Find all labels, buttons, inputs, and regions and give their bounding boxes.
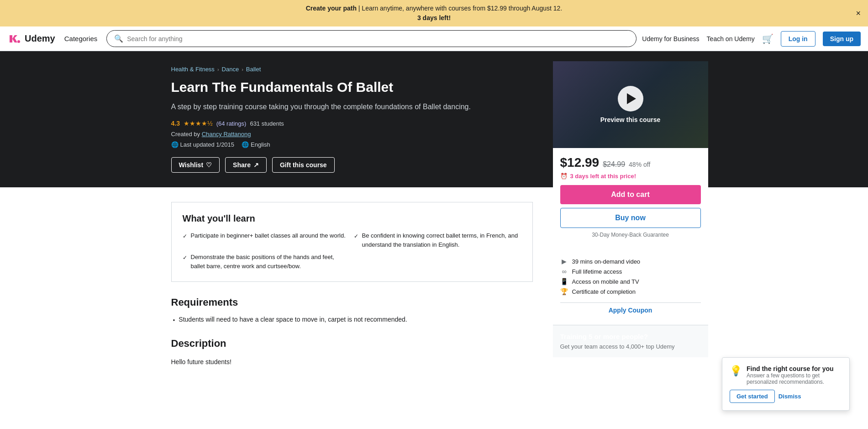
login-button[interactable]: Log in — [781, 31, 815, 47]
current-price: $12.99 — [560, 155, 600, 170]
lightbulb-icon: 💡 — [730, 365, 742, 377]
learn-text-2: Demonstrate the basic positions of the h… — [191, 253, 350, 270]
share-label: Share — [233, 161, 251, 169]
search-bar: 🔍 — [106, 30, 637, 47]
popup-header: 💡 Find the right course for you Answer a… — [730, 365, 842, 385]
apply-coupon-button[interactable]: Apply Coupon — [560, 302, 701, 318]
header-links: Udemy for Business Teach on Udemy 🛒 Log … — [642, 31, 861, 47]
share-button[interactable]: Share ↗ — [225, 157, 267, 173]
banner-text: Create your path | Learn anytime, anywhe… — [306, 5, 563, 21]
svg-point-0 — [17, 40, 20, 43]
training-title: Training 5 or more people? — [560, 333, 701, 340]
money-back-label: 30-Day Money-Back Guarantee — [560, 232, 701, 238]
popup-text: Find the right course for you Answer a f… — [747, 365, 842, 385]
preview-thumbnail[interactable]: Preview this course — [553, 61, 708, 148]
certificate-icon: 🏆 — [560, 288, 568, 295]
cart-icon[interactable]: 🛒 — [762, 33, 773, 44]
requirement-text-1: Students will need to have a clear space… — [179, 316, 407, 323]
card-body: $12.99 $24.99 48% off ⏰ 3 days left at t… — [553, 148, 708, 325]
banner-close-button[interactable]: × — [856, 9, 861, 18]
wishlist-button[interactable]: Wishlist ♡ — [171, 157, 220, 173]
breadcrumb-health[interactable]: Health & Fitness — [171, 66, 215, 73]
breadcrumb-dance[interactable]: Dance — [222, 66, 239, 73]
includes-mobile-text: Access on mobile and TV — [572, 278, 639, 285]
urgency-text: 3 days left at this price! — [570, 173, 637, 180]
training-section: Training 5 or more people? Get your team… — [553, 325, 708, 357]
creator-prefix: Created by — [171, 131, 200, 138]
course-title: Learn The Fundamentals Of Ballet — [171, 78, 533, 96]
requirements-section: Requirements Students will need to have … — [171, 297, 533, 323]
gift-button[interactable]: Gift this course — [272, 157, 335, 173]
add-to-cart-button[interactable]: Add to cart — [560, 185, 701, 204]
hero-actions: Wishlist ♡ Share ↗ Gift this course — [171, 157, 533, 173]
discount-label: 48% off — [629, 161, 650, 168]
course-subtitle: A step by step training course taking yo… — [171, 101, 533, 112]
popup-title: Find the right course for you — [747, 365, 842, 372]
infinity-icon: ∞ — [560, 268, 568, 275]
learn-item-2: ✓ Demonstrate the basic positions of the… — [183, 253, 350, 270]
includes-cert-text: Certificate of completion — [572, 288, 636, 295]
search-icon: 🔍 — [114, 34, 123, 43]
banner-days: 3 days left! — [417, 14, 451, 21]
language-icon: 🌐 — [242, 141, 249, 148]
last-updated: 🌐 Last updated 1/2015 — [171, 141, 235, 148]
description-section: Description Hello future students! — [171, 338, 533, 367]
requirements-title: Requirements — [171, 297, 533, 308]
course-card: Preview this course $12.99 $24.99 48% of… — [553, 61, 708, 357]
popup-actions: Get started Dismiss — [730, 390, 842, 396]
mobile-icon: 📱 — [560, 278, 568, 285]
learn-title: What you'll learn — [183, 213, 521, 224]
language: 🌐 English — [242, 141, 270, 148]
categories-button[interactable]: Categories — [61, 33, 101, 44]
learn-item-3: ✓ Be confident in knowing correct ballet… — [354, 231, 521, 249]
teach-link[interactable]: Teach on Udemy — [707, 35, 755, 42]
includes-item-video: ▶ 39 mins on-demand video — [560, 258, 701, 265]
original-price: $24.99 — [603, 160, 625, 169]
logo[interactable]: Udemy — [7, 32, 55, 46]
includes-lifetime-text: Full lifetime access — [572, 268, 622, 275]
learn-text-3: Be confident in knowing correct ballet t… — [362, 231, 521, 249]
alarm-icon: ⏰ — [560, 173, 568, 180]
gift-label: Gift this course — [280, 161, 327, 169]
requirements-list: Students will need to have a clear space… — [171, 316, 533, 323]
includes-item-certificate: 🏆 Certificate of completion — [560, 288, 701, 295]
search-input[interactable] — [127, 35, 629, 42]
students-count: 631 students — [250, 120, 284, 127]
creator-link[interactable]: Chancy Rattanong — [202, 131, 251, 138]
includes-item-lifetime: ∞ Full lifetime access — [560, 268, 701, 275]
popup-subtitle: Answer a few questions to get personaliz… — [747, 372, 842, 385]
creator-row: Created by Chancy Rattanong — [171, 131, 533, 138]
includes-title: This course includes: — [560, 245, 701, 253]
play-button[interactable] — [618, 86, 643, 111]
signup-button[interactable]: Sign up — [823, 32, 861, 46]
includes-list: ▶ 39 mins on-demand video ∞ Full lifetim… — [560, 258, 701, 295]
requirement-item-1: Students will need to have a clear space… — [173, 316, 533, 323]
banner-normal: | Learn anytime, anywhere with courses f… — [357, 5, 562, 12]
breadcrumb-sep-1: › — [217, 67, 219, 72]
breadcrumb-sep-2: › — [242, 67, 243, 72]
description-text: Hello future students! — [171, 357, 533, 367]
rating-count: (64 ratings) — [216, 120, 247, 127]
wishlist-label: Wishlist — [179, 161, 204, 169]
video-icon: ▶ — [560, 258, 568, 265]
buy-now-button[interactable]: Buy now — [560, 208, 701, 228]
rating-row: 4.3 ★★★★½ (64 ratings) 631 students — [171, 120, 533, 127]
banner-bold: Create your path — [306, 5, 357, 12]
check-icon-1: ✓ — [183, 232, 187, 240]
learn-text-1: Participate in beginner+ ballet classes … — [191, 231, 346, 240]
get-started-button[interactable]: Get started — [730, 390, 775, 396]
urgency-warning: ⏰ 3 days left at this price! — [560, 173, 701, 180]
hero-section: Health & Fitness › Dance › Ballet Learn … — [0, 51, 868, 187]
learn-grid: ✓ Participate in beginner+ ballet classe… — [183, 231, 521, 270]
learn-item-1: ✓ Participate in beginner+ ballet classe… — [183, 231, 350, 249]
last-updated-text: Last updated 1/2015 — [180, 141, 235, 148]
globe-icon: 🌐 — [171, 141, 179, 148]
dismiss-button[interactable]: Dismiss — [779, 390, 801, 396]
training-text: Get your team access to 4,000+ top Udemy — [560, 343, 701, 350]
site-header: Udemy Categories 🔍 Udemy for Business Te… — [0, 26, 868, 51]
udemy-business-link[interactable]: Udemy for Business — [642, 35, 699, 42]
language-text: English — [251, 141, 270, 148]
learn-section: What you'll learn ✓ Participate in begin… — [171, 202, 533, 282]
breadcrumb-ballet[interactable]: Ballet — [246, 66, 261, 73]
meta-row: 🌐 Last updated 1/2015 🌐 English — [171, 141, 533, 148]
